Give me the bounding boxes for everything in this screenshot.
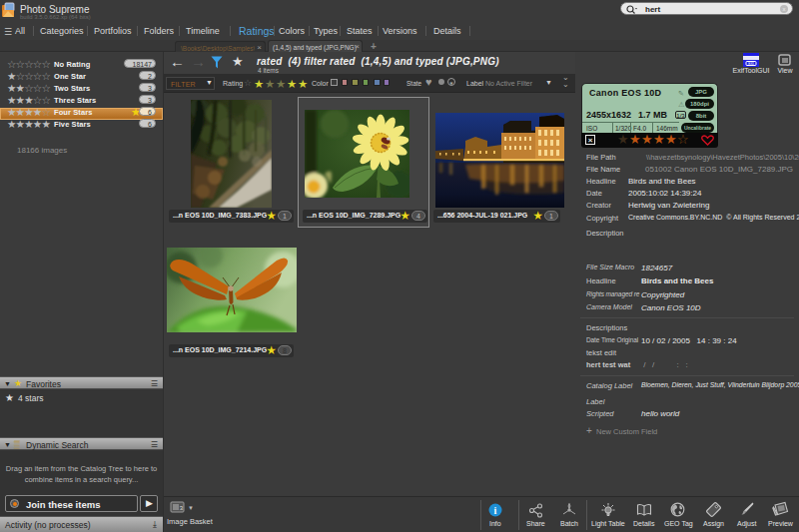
- svg-text:EXI: EXI: [748, 62, 754, 66]
- svg-text:i: i: [494, 505, 497, 516]
